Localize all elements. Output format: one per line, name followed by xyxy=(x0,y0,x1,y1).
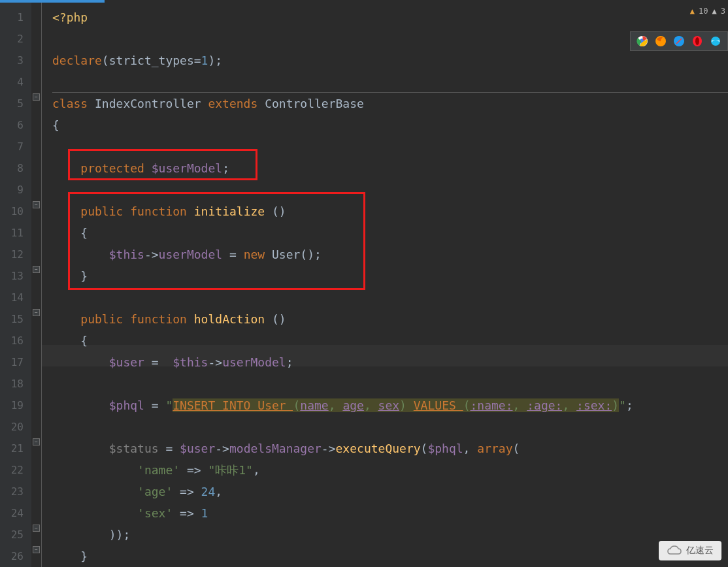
code-line: $user = $this->userModel; xyxy=(52,351,728,373)
code-line: 'age' => 24, xyxy=(52,481,728,502)
line-number[interactable]: 15 xyxy=(0,308,31,330)
line-number[interactable]: 8 xyxy=(0,157,31,179)
code-line: declare(strict_types=1); xyxy=(52,50,728,71)
line-number[interactable]: 16 xyxy=(0,330,31,351)
code-line: <?php xyxy=(52,7,728,28)
line-number[interactable]: 7 xyxy=(0,136,31,157)
code-line: 'sex' => 1 xyxy=(52,502,728,524)
code-line: $status = $user->modelsManager->executeQ… xyxy=(52,438,728,459)
ie-icon[interactable] xyxy=(709,35,722,48)
line-number[interactable]: 14 xyxy=(0,287,31,308)
code-line xyxy=(52,28,728,50)
firefox-icon[interactable] xyxy=(654,35,667,48)
line-number[interactable]: 12 xyxy=(0,244,31,265)
code-line: } xyxy=(52,545,728,567)
cloud-icon xyxy=(667,545,682,557)
line-number[interactable]: 1 xyxy=(0,7,31,28)
line-number[interactable]: 19 xyxy=(0,395,31,416)
safari-icon[interactable] xyxy=(672,35,686,48)
code-line: $phql = "INSERT INTO User (name, age, se… xyxy=(52,395,728,416)
watermark-text: 亿速云 xyxy=(686,545,714,557)
code-line: )); xyxy=(52,524,728,545)
line-number[interactable]: 11 xyxy=(0,222,31,244)
fold-toggle[interactable]: − xyxy=(33,546,40,553)
browser-preview-toolbar xyxy=(630,31,728,51)
line-number[interactable]: 20 xyxy=(0,416,31,438)
code-line: $this->userModel = new User(); xyxy=(52,244,728,265)
code-content[interactable]: <?php declare(strict_types=1); class Ind… xyxy=(42,0,728,567)
line-number[interactable]: 13 xyxy=(0,265,31,287)
code-line: { xyxy=(52,330,728,351)
line-number[interactable]: 5 xyxy=(0,93,31,114)
code-line: } xyxy=(52,265,728,287)
line-number[interactable]: 2 xyxy=(0,28,31,50)
line-number[interactable]: 9 xyxy=(0,179,31,201)
code-line: public function holdAction () xyxy=(52,308,728,330)
watermark: 亿速云 xyxy=(659,541,721,560)
progress-bar xyxy=(0,0,105,3)
line-number[interactable]: 24 xyxy=(0,502,31,524)
fold-toggle[interactable]: − xyxy=(33,201,40,208)
line-number[interactable]: 4 xyxy=(0,71,31,93)
line-number[interactable]: 22 xyxy=(0,459,31,481)
line-number[interactable]: 23 xyxy=(0,481,31,502)
line-number[interactable]: 21 xyxy=(0,438,31,459)
fold-toggle[interactable]: − xyxy=(33,266,40,273)
code-line xyxy=(52,179,728,201)
opera-icon[interactable] xyxy=(691,35,704,48)
fold-toggle[interactable]: − xyxy=(33,309,40,316)
code-line xyxy=(52,373,728,395)
line-number[interactable]: 6 xyxy=(0,114,31,136)
code-line: protected $userModel; xyxy=(52,157,728,179)
code-line: { xyxy=(52,114,728,136)
code-line: class IndexController extends Controller… xyxy=(52,93,728,114)
code-line xyxy=(52,71,728,93)
code-line: 'name' => "咔咔1", xyxy=(52,459,728,481)
code-line: public function initialize () xyxy=(52,201,728,222)
line-number[interactable]: 3 xyxy=(0,50,31,71)
line-number[interactable]: 18 xyxy=(0,373,31,395)
code-line xyxy=(52,416,728,438)
code-line xyxy=(52,136,728,157)
line-number[interactable]: 25 xyxy=(0,524,31,545)
fold-toggle[interactable]: − xyxy=(33,525,40,532)
fold-toggle[interactable]: − xyxy=(33,93,40,101)
line-number[interactable]: 17 xyxy=(0,351,31,373)
code-editor[interactable]: 1 2 3 4 5 6 7 8 9 10 11 12 13 14 15 16 1… xyxy=(0,0,728,567)
code-line xyxy=(52,287,728,308)
fold-gutter: − − − − − − − xyxy=(31,0,42,567)
line-number[interactable]: 10 xyxy=(0,201,31,222)
code-line: { xyxy=(52,222,728,244)
svg-point-5 xyxy=(695,37,699,45)
line-number-gutter: 1 2 3 4 5 6 7 8 9 10 11 12 13 14 15 16 1… xyxy=(0,0,31,567)
line-number[interactable]: 26 xyxy=(0,545,31,567)
chrome-icon[interactable] xyxy=(636,35,649,48)
fold-toggle[interactable]: − xyxy=(33,438,40,446)
